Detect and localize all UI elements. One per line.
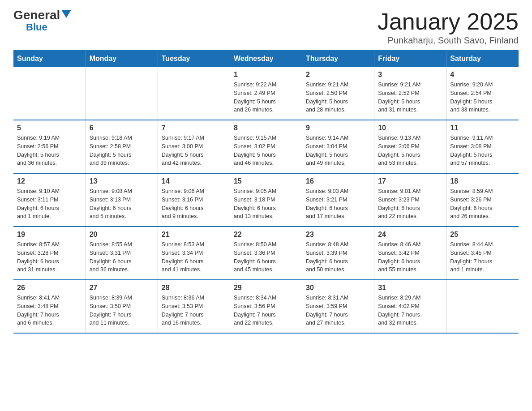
title-section: January 2025 Punkaharju, South Savo, Fin…	[378, 9, 519, 46]
month-title: January 2025	[378, 9, 519, 34]
day-info: Sunrise: 9:18 AMSunset: 2:58 PMDaylight:…	[90, 134, 154, 167]
calendar-cell: 11Sunrise: 9:11 AMSunset: 3:08 PMDayligh…	[446, 120, 519, 173]
day-number: 19	[17, 231, 82, 239]
day-number: 27	[90, 284, 154, 292]
calendar-cell: 16Sunrise: 9:03 AMSunset: 3:21 PMDayligh…	[302, 173, 374, 227]
calendar-cell	[158, 67, 230, 120]
day-number: 31	[378, 284, 442, 292]
calendar-cell: 21Sunrise: 8:53 AMSunset: 3:34 PMDayligh…	[158, 227, 230, 280]
header-sunday: Sunday	[13, 50, 86, 67]
day-info: Sunrise: 8:36 AMSunset: 3:53 PMDaylight:…	[162, 294, 226, 327]
day-number: 20	[90, 231, 154, 239]
day-number: 8	[234, 124, 298, 132]
day-number: 1	[234, 71, 298, 79]
day-info: Sunrise: 9:15 AMSunset: 3:02 PMDaylight:…	[234, 134, 298, 167]
day-number: 10	[378, 124, 442, 132]
header-monday: Monday	[86, 50, 158, 67]
calendar-week-row: 19Sunrise: 8:57 AMSunset: 3:28 PMDayligh…	[13, 227, 519, 280]
day-number: 12	[17, 177, 82, 185]
calendar-cell	[86, 67, 158, 120]
day-number: 28	[162, 284, 226, 292]
calendar-cell: 2Sunrise: 9:21 AMSunset: 2:50 PMDaylight…	[302, 67, 374, 120]
calendar-cell: 17Sunrise: 9:01 AMSunset: 3:23 PMDayligh…	[374, 173, 446, 227]
calendar-cell: 29Sunrise: 8:34 AMSunset: 3:56 PMDayligh…	[230, 280, 302, 333]
day-info: Sunrise: 8:34 AMSunset: 3:56 PMDaylight:…	[234, 294, 298, 327]
calendar-week-row: 1Sunrise: 9:22 AMSunset: 2:49 PMDaylight…	[13, 67, 519, 120]
day-info: Sunrise: 8:57 AMSunset: 3:28 PMDaylight:…	[17, 240, 82, 274]
calendar-cell: 27Sunrise: 8:39 AMSunset: 3:50 PMDayligh…	[86, 280, 158, 333]
calendar-cell: 20Sunrise: 8:55 AMSunset: 3:31 PMDayligh…	[86, 227, 158, 280]
calendar-cell: 3Sunrise: 9:21 AMSunset: 2:52 PMDaylight…	[374, 67, 446, 120]
day-number: 5	[17, 124, 82, 132]
calendar-cell: 9Sunrise: 9:14 AMSunset: 3:04 PMDaylight…	[302, 120, 374, 173]
day-number: 25	[450, 231, 515, 239]
header-tuesday: Tuesday	[158, 50, 230, 67]
calendar-cell: 18Sunrise: 8:59 AMSunset: 3:26 PMDayligh…	[446, 173, 519, 227]
calendar-cell	[13, 67, 86, 120]
day-info: Sunrise: 8:53 AMSunset: 3:34 PMDaylight:…	[162, 240, 226, 274]
day-info: Sunrise: 8:50 AMSunset: 3:36 PMDaylight:…	[234, 240, 298, 274]
calendar-table: Sunday Monday Tuesday Wednesday Thursday…	[13, 50, 519, 334]
day-info: Sunrise: 8:48 AMSunset: 3:39 PMDaylight:…	[306, 240, 370, 274]
calendar-cell	[446, 280, 519, 333]
day-number: 26	[17, 284, 82, 292]
day-info: Sunrise: 8:41 AMSunset: 3:48 PMDaylight:…	[17, 294, 82, 327]
day-info: Sunrise: 9:08 AMSunset: 3:13 PMDaylight:…	[90, 187, 154, 221]
calendar-header-row: Sunday Monday Tuesday Wednesday Thursday…	[13, 50, 519, 67]
location: Punkaharju, South Savo, Finland	[378, 35, 519, 46]
calendar-cell: 12Sunrise: 9:10 AMSunset: 3:11 PMDayligh…	[13, 173, 86, 227]
day-number: 22	[234, 231, 298, 239]
day-info: Sunrise: 9:05 AMSunset: 3:18 PMDaylight:…	[234, 187, 298, 221]
day-info: Sunrise: 9:14 AMSunset: 3:04 PMDaylight:…	[306, 134, 370, 167]
day-number: 13	[90, 177, 154, 185]
calendar-cell: 7Sunrise: 9:17 AMSunset: 3:00 PMDaylight…	[158, 120, 230, 173]
header-wednesday: Wednesday	[230, 50, 302, 67]
day-info: Sunrise: 8:55 AMSunset: 3:31 PMDaylight:…	[90, 240, 154, 274]
calendar-week-row: 12Sunrise: 9:10 AMSunset: 3:11 PMDayligh…	[13, 173, 519, 227]
header-saturday: Saturday	[446, 50, 519, 67]
day-number: 15	[234, 177, 298, 185]
day-info: Sunrise: 9:06 AMSunset: 3:16 PMDaylight:…	[162, 187, 226, 221]
day-number: 30	[306, 284, 370, 292]
day-number: 14	[162, 177, 226, 185]
day-info: Sunrise: 9:13 AMSunset: 3:06 PMDaylight:…	[378, 134, 442, 167]
day-number: 24	[378, 231, 442, 239]
day-info: Sunrise: 8:59 AMSunset: 3:26 PMDaylight:…	[450, 187, 515, 221]
calendar-cell: 15Sunrise: 9:05 AMSunset: 3:18 PMDayligh…	[230, 173, 302, 227]
calendar-cell: 19Sunrise: 8:57 AMSunset: 3:28 PMDayligh…	[13, 227, 86, 280]
day-info: Sunrise: 8:44 AMSunset: 3:45 PMDaylight:…	[450, 240, 515, 274]
svg-marker-0	[61, 10, 71, 18]
day-number: 6	[90, 124, 154, 132]
logo-general-text: General	[13, 9, 60, 21]
calendar-cell: 4Sunrise: 9:20 AMSunset: 2:54 PMDaylight…	[446, 67, 519, 120]
day-info: Sunrise: 9:20 AMSunset: 2:54 PMDaylight:…	[450, 81, 515, 114]
calendar-cell: 30Sunrise: 8:31 AMSunset: 3:59 PMDayligh…	[302, 280, 374, 333]
calendar-cell: 1Sunrise: 9:22 AMSunset: 2:49 PMDaylight…	[230, 67, 302, 120]
calendar-cell: 28Sunrise: 8:36 AMSunset: 3:53 PMDayligh…	[158, 280, 230, 333]
calendar-cell: 23Sunrise: 8:48 AMSunset: 3:39 PMDayligh…	[302, 227, 374, 280]
day-number: 4	[450, 71, 515, 79]
logo-triangle-icon	[61, 10, 71, 18]
calendar-cell: 6Sunrise: 9:18 AMSunset: 2:58 PMDaylight…	[86, 120, 158, 173]
header-friday: Friday	[374, 50, 446, 67]
page-header: General Blue January 2025 Punkaharju, So…	[13, 9, 519, 46]
calendar-cell: 8Sunrise: 9:15 AMSunset: 3:02 PMDaylight…	[230, 120, 302, 173]
day-info: Sunrise: 9:10 AMSunset: 3:11 PMDaylight:…	[17, 187, 82, 221]
calendar-cell: 22Sunrise: 8:50 AMSunset: 3:36 PMDayligh…	[230, 227, 302, 280]
calendar-cell: 5Sunrise: 9:19 AMSunset: 2:56 PMDaylight…	[13, 120, 86, 173]
calendar-cell: 14Sunrise: 9:06 AMSunset: 3:16 PMDayligh…	[158, 173, 230, 227]
day-number: 7	[162, 124, 226, 132]
day-info: Sunrise: 9:19 AMSunset: 2:56 PMDaylight:…	[17, 134, 82, 167]
day-info: Sunrise: 9:21 AMSunset: 2:52 PMDaylight:…	[378, 81, 442, 114]
calendar-cell: 10Sunrise: 9:13 AMSunset: 3:06 PMDayligh…	[374, 120, 446, 173]
day-number: 21	[162, 231, 226, 239]
day-number: 29	[234, 284, 298, 292]
calendar-cell: 24Sunrise: 8:46 AMSunset: 3:42 PMDayligh…	[374, 227, 446, 280]
day-info: Sunrise: 9:17 AMSunset: 3:00 PMDaylight:…	[162, 134, 226, 167]
day-info: Sunrise: 9:21 AMSunset: 2:50 PMDaylight:…	[306, 81, 370, 114]
day-info: Sunrise: 8:39 AMSunset: 3:50 PMDaylight:…	[90, 294, 154, 327]
day-info: Sunrise: 9:01 AMSunset: 3:23 PMDaylight:…	[378, 187, 442, 221]
calendar-week-row: 5Sunrise: 9:19 AMSunset: 2:56 PMDaylight…	[13, 120, 519, 173]
day-number: 17	[378, 177, 442, 185]
calendar-week-row: 26Sunrise: 8:41 AMSunset: 3:48 PMDayligh…	[13, 280, 519, 333]
